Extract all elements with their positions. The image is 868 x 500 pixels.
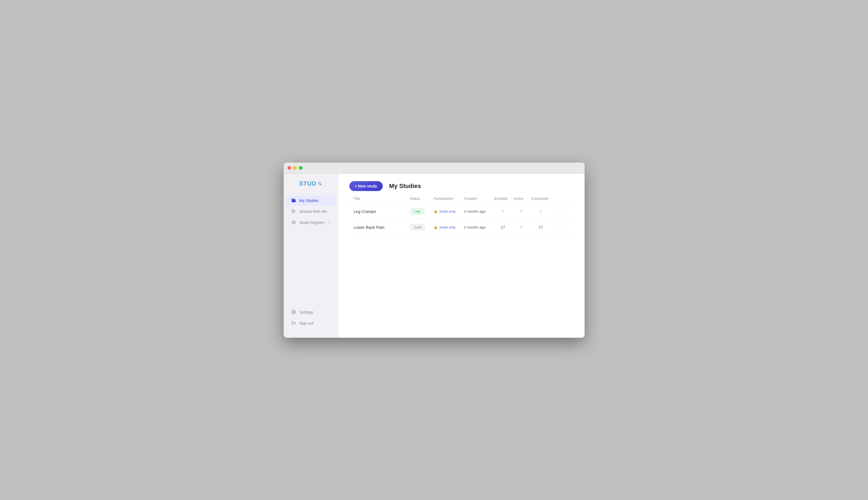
participation-label: Invite-only <box>439 225 455 229</box>
status-badge-container: Draft <box>410 224 431 231</box>
col-header-active: Active <box>514 196 529 201</box>
nav-section: My Studies Shared With Me <box>284 195 338 307</box>
help-icon[interactable]: ? <box>328 220 331 225</box>
new-study-button[interactable]: + New study <box>349 181 383 191</box>
active-cell: 0 <box>514 225 529 229</box>
studies-table: Title Status Participation Created Enrol… <box>338 196 585 338</box>
svg-point-11 <box>293 311 294 312</box>
col-header-actions <box>553 196 569 201</box>
svg-point-0 <box>319 182 320 184</box>
svg-rect-4 <box>292 212 293 213</box>
study-registry-left: Study Registry <box>291 220 324 225</box>
page-title: My Studies <box>389 183 421 190</box>
more-options-button[interactable]: ··· <box>553 224 569 230</box>
table-row[interactable]: Leg Cramps Live 🔒 Invite-only 4 months a… <box>349 204 574 219</box>
sidebar-item-shared-label: Shared With Me <box>300 209 327 214</box>
sidebar-item-shared-with-me[interactable]: Shared With Me <box>286 206 336 217</box>
app-body: STUD <box>284 173 585 338</box>
logo: STUD <box>299 180 323 187</box>
active-cell: 0 <box>514 209 529 214</box>
minimize-button[interactable] <box>293 166 297 170</box>
titlebar <box>284 162 585 173</box>
enrolled-cell: 17 <box>494 225 511 229</box>
sidebar-item-registry-label: Study Registry <box>300 220 324 225</box>
table-row[interactable]: Lower Back Pain Draft 🔒 Invite-only 2 mo… <box>349 219 574 235</box>
close-button[interactable] <box>288 166 291 170</box>
enrolled-cell: 0 <box>494 209 511 214</box>
logo-text: STUD <box>299 180 316 187</box>
col-header-created: Created <box>464 196 492 201</box>
maximize-button[interactable] <box>299 166 303 170</box>
status-badge-container: Live <box>410 208 431 215</box>
created-cell: 2 months ago <box>464 225 492 229</box>
sidebar-item-sign-out[interactable]: Sign out <box>286 318 336 328</box>
sidebar-item-study-registry[interactable]: Study Registry ? <box>286 217 336 228</box>
completed-cell: 17 <box>531 225 551 229</box>
status-badge: Draft <box>410 224 426 231</box>
sidebar-bottom: Settings Sign out <box>284 307 338 331</box>
svg-point-1 <box>321 184 322 185</box>
table-header: Title Status Participation Created Enrol… <box>349 196 574 204</box>
completed-cell: 0 <box>531 209 551 214</box>
gear-icon <box>291 310 296 315</box>
participation-cell: 🔒 Invite-only <box>433 225 462 229</box>
col-header-enrolled: Enrolled <box>494 196 511 201</box>
shared-icon <box>291 209 296 214</box>
study-title: Leg Cramps <box>354 209 408 214</box>
svg-rect-3 <box>292 209 293 211</box>
settings-label: Settings <box>300 310 313 315</box>
study-title: Lower Back Pain <box>354 225 408 230</box>
lock-icon: 🔒 <box>433 225 438 229</box>
created-cell: 4 months ago <box>464 209 492 214</box>
svg-point-7 <box>294 211 296 212</box>
study-registry-row: Study Registry ? <box>291 220 331 225</box>
col-header-status: Status <box>410 196 431 201</box>
folder-icon <box>291 198 296 203</box>
signout-icon <box>291 321 296 326</box>
logo-area: STUD <box>284 180 338 195</box>
sidebar-item-settings[interactable]: Settings <box>286 307 336 317</box>
globe-icon <box>291 220 296 225</box>
sidebar: STUD <box>284 173 338 338</box>
col-header-title: Title <box>354 196 408 201</box>
app-window: STUD <box>284 162 585 338</box>
status-badge: Live <box>410 208 425 215</box>
col-header-participation: Participation <box>433 196 462 201</box>
lock-icon: 🔒 <box>433 209 438 213</box>
col-header-completed: Completed <box>531 196 551 201</box>
main-header: + New study My Studies <box>338 173 585 196</box>
svg-rect-2 <box>292 200 296 202</box>
more-options-button[interactable]: ··· <box>553 208 569 214</box>
main-content: + New study My Studies Title Status Part… <box>338 173 585 338</box>
sign-out-label: Sign out <box>300 321 313 326</box>
participation-label: Invite-only <box>439 209 455 214</box>
participation-cell: 🔒 Invite-only <box>433 209 462 214</box>
sidebar-item-my-studies-label: My Studies <box>300 198 319 203</box>
logo-icon <box>316 181 323 187</box>
sidebar-item-my-studies[interactable]: My Studies <box>286 195 336 206</box>
